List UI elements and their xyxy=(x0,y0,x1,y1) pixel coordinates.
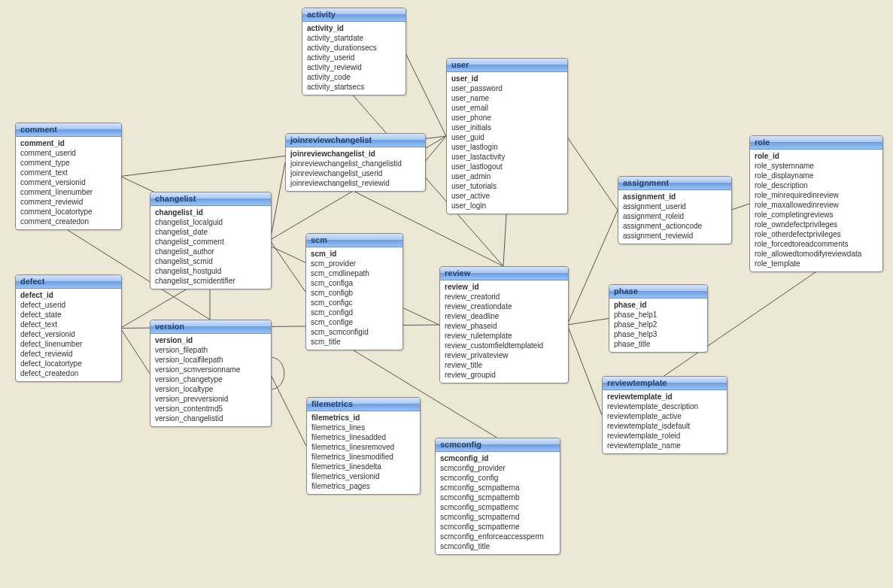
field-defect_createdon[interactable]: defect_createdon xyxy=(20,368,117,378)
field-changelist_author[interactable]: changelist_author xyxy=(155,247,266,256)
field-scm_configd[interactable]: scm_configd xyxy=(311,308,398,317)
table-header-filemetrics[interactable]: filemetrics xyxy=(307,398,420,411)
field-role_allowedtomodifyreviewdata[interactable]: role_allowedtomodifyreviewdata xyxy=(755,249,878,259)
field-comment_text[interactable]: comment_text xyxy=(20,168,117,177)
field-user_name[interactable]: user_name xyxy=(451,93,563,103)
field-role_displayname[interactable]: role_displayname xyxy=(755,171,878,180)
table-header-comment[interactable]: comment xyxy=(16,123,121,137)
field-phase_title[interactable]: phase_title xyxy=(614,339,703,349)
field-assignment_roleid[interactable]: assignment_roleid xyxy=(623,211,727,221)
table-changelist[interactable]: changelistchangelist_idchangelist_localg… xyxy=(150,192,272,289)
field-joinreviewchangelist_id[interactable]: joinreviewchangelist_id xyxy=(290,149,421,159)
field-scmconfig_provider[interactable]: scmconfig_provider xyxy=(440,463,555,473)
field-scm_cmdlinepath[interactable]: scm_cmdlinepath xyxy=(311,268,398,278)
field-reviewtemplate_id[interactable]: reviewtemplate_id xyxy=(607,392,722,402)
field-activity_startdate[interactable]: activity_startdate xyxy=(307,33,401,43)
field-phase_help2[interactable]: phase_help2 xyxy=(614,320,703,329)
field-role_otherdefectprivileges[interactable]: role_otherdefectprivileges xyxy=(755,229,878,239)
field-comment_createdon[interactable]: comment_createdon xyxy=(20,217,117,226)
field-review_id[interactable]: review_id xyxy=(445,282,563,292)
field-version_id[interactable]: version_id xyxy=(155,335,266,345)
field-joinreviewchangelist_reviewid[interactable]: joinreviewchangelist_reviewid xyxy=(290,178,421,188)
field-comment_id[interactable]: comment_id xyxy=(20,138,117,148)
table-header-scmconfig[interactable]: scmconfig xyxy=(436,438,560,452)
field-user_password[interactable]: user_password xyxy=(451,83,563,93)
table-header-review[interactable]: review xyxy=(440,267,568,280)
field-activity_reviewid[interactable]: activity_reviewid xyxy=(307,62,401,72)
field-role_description[interactable]: role_description xyxy=(755,180,878,190)
field-user_active[interactable]: user_active xyxy=(451,191,563,201)
table-activity[interactable]: activityactivity_idactivity_startdateact… xyxy=(302,8,406,95)
field-reviewtemplate_name[interactable]: reviewtemplate_name xyxy=(607,441,722,450)
field-phase_help1[interactable]: phase_help1 xyxy=(614,310,703,320)
field-user_lastlogin[interactable]: user_lastlogin xyxy=(451,142,563,152)
field-activity_userid[interactable]: activity_userid xyxy=(307,53,401,62)
field-review_creationdate[interactable]: review_creationdate xyxy=(445,302,563,311)
field-review_title[interactable]: review_title xyxy=(445,360,563,370)
field-defect_reviewid[interactable]: defect_reviewid xyxy=(20,349,117,359)
field-version_changelistid[interactable]: version_changelistid xyxy=(155,414,266,423)
field-user_phone[interactable]: user_phone xyxy=(451,113,563,123)
field-role_maxallowedinreview[interactable]: role_maxallowedinreview xyxy=(755,200,878,210)
field-scmconfig_scmpatterna[interactable]: scmconfig_scmpatterna xyxy=(440,483,555,493)
field-role_systemname[interactable]: role_systemname xyxy=(755,161,878,171)
field-role_forcedtoreadcomments[interactable]: role_forcedtoreadcomments xyxy=(755,239,878,249)
field-role_completingreviews[interactable]: role_completingreviews xyxy=(755,210,878,220)
field-review_phaseid[interactable]: review_phaseid xyxy=(445,321,563,331)
field-version_filepath[interactable]: version_filepath xyxy=(155,345,266,355)
field-changelist_date[interactable]: changelist_date xyxy=(155,227,266,237)
table-role[interactable]: rolerole_idrole_systemnamerole_displayna… xyxy=(749,135,883,272)
table-filemetrics[interactable]: filemetricsfilemetrics_idfilemetrics_lin… xyxy=(306,397,421,495)
field-scm_scmconfigid[interactable]: scm_scmconfigid xyxy=(311,327,398,337)
field-phase_id[interactable]: phase_id xyxy=(614,300,703,310)
table-user[interactable]: useruser_iduser_passworduser_nameuser_em… xyxy=(446,58,568,214)
field-role_id[interactable]: role_id xyxy=(755,151,878,161)
field-role_owndefectprivileges[interactable]: role_owndefectprivileges xyxy=(755,220,878,229)
field-defect_linenumber[interactable]: defect_linenumber xyxy=(20,339,117,349)
field-review_creatorid[interactable]: review_creatorid xyxy=(445,292,563,302)
field-user_email[interactable]: user_email xyxy=(451,103,563,113)
field-defect_versionid[interactable]: defect_versionid xyxy=(20,329,117,339)
table-comment[interactable]: commentcomment_idcomment_useridcomment_t… xyxy=(15,123,122,230)
table-header-changelist[interactable]: changelist xyxy=(150,192,271,206)
field-filemetrics_linesremoved[interactable]: filemetrics_linesremoved xyxy=(311,442,415,452)
field-scm_provider[interactable]: scm_provider xyxy=(311,259,398,268)
field-comment_type[interactable]: comment_type xyxy=(20,158,117,168)
field-scm_confige[interactable]: scm_confige xyxy=(311,317,398,327)
field-assignment_id[interactable]: assignment_id xyxy=(623,192,727,202)
field-scmconfig_config[interactable]: scmconfig_config xyxy=(440,473,555,483)
field-joinreviewchangelist_userid[interactable]: joinreviewchangelist_userid xyxy=(290,168,421,178)
field-changelist_localguid[interactable]: changelist_localguid xyxy=(155,217,266,227)
table-defect[interactable]: defectdefect_iddefect_useriddefect_state… xyxy=(15,274,122,382)
field-changelist_scmidentifier[interactable]: changelist_scmidentifier xyxy=(155,276,266,286)
field-scm_id[interactable]: scm_id xyxy=(311,249,398,259)
field-activity_startsecs[interactable]: activity_startsecs xyxy=(307,82,401,92)
field-user_admin[interactable]: user_admin xyxy=(451,171,563,181)
field-filemetrics_linesadded[interactable]: filemetrics_linesadded xyxy=(311,432,415,442)
field-defect_state[interactable]: defect_state xyxy=(20,310,117,320)
field-role_minrequiredinreview[interactable]: role_minrequiredinreview xyxy=(755,190,878,200)
field-changelist_hostguid[interactable]: changelist_hostguid xyxy=(155,266,266,276)
field-version_localtype[interactable]: version_localtype xyxy=(155,384,266,394)
field-scmconfig_scmpatternd[interactable]: scmconfig_scmpatternd xyxy=(440,512,555,522)
table-header-defect[interactable]: defect xyxy=(16,275,121,289)
table-phase[interactable]: phasephase_idphase_help1phase_help2phase… xyxy=(609,284,708,353)
field-version_changetype[interactable]: version_changetype xyxy=(155,374,266,384)
field-changelist_id[interactable]: changelist_id xyxy=(155,208,266,217)
table-header-reviewtemplate[interactable]: reviewtemplate xyxy=(603,377,727,390)
field-scmconfig_scmpatterne[interactable]: scmconfig_scmpatterne xyxy=(440,522,555,532)
field-review_customfieldtemplateid[interactable]: review_customfieldtemplateid xyxy=(445,341,563,350)
field-comment_reviewid[interactable]: comment_reviewid xyxy=(20,197,117,207)
table-joinreviewchangelist[interactable]: joinreviewchangelistjoinreviewchangelist… xyxy=(285,133,426,192)
field-comment_locatortype[interactable]: comment_locatortype xyxy=(20,207,117,217)
field-filemetrics_linesmodified[interactable]: filemetrics_linesmodified xyxy=(311,452,415,462)
field-comment_versionid[interactable]: comment_versionid xyxy=(20,177,117,187)
field-assignment_actioncode[interactable]: assignment_actioncode xyxy=(623,221,727,231)
field-scmconfig_scmpatternb[interactable]: scmconfig_scmpatternb xyxy=(440,493,555,502)
field-comment_linenumber[interactable]: comment_linenumber xyxy=(20,187,117,197)
field-version_localfilepath[interactable]: version_localfilepath xyxy=(155,355,266,365)
field-scmconfig_enforceaccessperm[interactable]: scmconfig_enforceaccessperm xyxy=(440,532,555,541)
field-scmconfig_title[interactable]: scmconfig_title xyxy=(440,541,555,551)
table-header-user[interactable]: user xyxy=(447,59,567,72)
field-defect_id[interactable]: defect_id xyxy=(20,290,117,300)
